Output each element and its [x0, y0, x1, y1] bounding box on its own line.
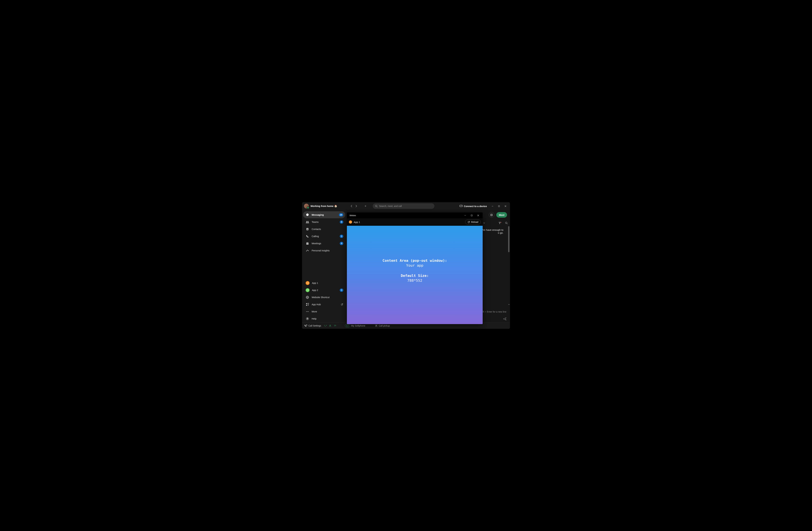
sidebar-app-label: App Hub	[311, 303, 338, 306]
sidebar-item-contacts[interactable]: Contacts	[303, 225, 345, 233]
softphone-selector[interactable]: L1 My Softphone	[345, 324, 365, 327]
popout-window: Webex App 1 Reload	[347, 212, 483, 324]
sidebar-item-meetings[interactable]: Meetings 4	[303, 240, 345, 247]
avatar[interactable]	[304, 204, 309, 208]
sidebar-more-label: More	[311, 310, 343, 313]
search-icon	[375, 205, 378, 207]
svg-point-29	[308, 311, 309, 312]
meet-button[interactable]: Meet	[496, 212, 507, 218]
teams-icon	[306, 220, 309, 224]
call-forward-icon[interactable]	[324, 325, 327, 327]
sidebar-item-label: Personal insights	[311, 249, 343, 252]
svg-rect-13	[306, 242, 308, 245]
svg-point-38	[376, 325, 377, 326]
meet-label: Meet	[499, 213, 504, 216]
sidebar-item-calling[interactable]: Calling 1	[303, 233, 345, 240]
compose-hint: Shift + Enter for a new line	[480, 310, 506, 313]
more-icon	[306, 310, 309, 313]
forward-icon[interactable]	[356, 205, 359, 207]
send-icon[interactable]	[503, 318, 506, 320]
search-in-space-icon[interactable]	[505, 222, 508, 224]
svg-rect-5	[498, 205, 499, 207]
sidebar-help[interactable]: ? Help	[303, 315, 345, 322]
sidebar-app-2[interactable]: App 2 1	[303, 286, 345, 294]
svg-text:?: ?	[307, 318, 308, 320]
status-text[interactable]: Working from home 🏠	[310, 205, 337, 208]
popout-minimize-button[interactable]	[462, 213, 468, 218]
close-button[interactable]	[502, 204, 509, 208]
reload-icon	[467, 221, 470, 223]
window-controls	[489, 204, 509, 208]
scrollbar[interactable]	[508, 226, 509, 252]
sidebar-app-label: App 2	[312, 289, 337, 292]
voicemail-icon[interactable]	[334, 325, 336, 327]
sidebar-item-teams[interactable]: Teams 8	[303, 219, 345, 225]
svg-point-34	[505, 222, 507, 224]
call-pickup-button[interactable]: Call pickup	[375, 324, 390, 327]
scroll-down-icon[interactable]	[508, 304, 510, 305]
svg-rect-23	[306, 303, 307, 304]
sidebar-app-hub[interactable]: App Hub	[303, 301, 345, 308]
svg-rect-14	[307, 242, 307, 243]
sidebar-app-label: App 1	[312, 282, 343, 284]
sidebar-item-label: Contacts	[311, 228, 343, 231]
sidebar: Messaging 20 Teams 8 Contacts C	[302, 210, 346, 322]
sidebar-item-messaging[interactable]: Messaging 20	[303, 211, 345, 218]
titlebar: Working from home 🏠 + Search, meet, and …	[302, 202, 510, 210]
plus-icon[interactable]: +	[364, 204, 367, 208]
sidebar-app-1[interactable]: App 1	[303, 279, 345, 286]
svg-point-9	[306, 221, 307, 222]
help-icon: ?	[306, 317, 309, 321]
nav-arrows: +	[351, 204, 367, 208]
insights-icon	[306, 249, 309, 252]
message-text: o go.	[498, 232, 504, 234]
call-settings-button[interactable]: Call Settings	[304, 324, 321, 327]
sidebar-website-shortcut[interactable]: Website Shortcut	[303, 294, 345, 301]
svg-point-10	[308, 221, 308, 222]
svg-rect-16	[306, 243, 308, 244]
popout-maximize-button[interactable]	[468, 213, 475, 218]
popout-button[interactable]	[489, 212, 494, 218]
search-input[interactable]: Search, meet, and call	[373, 203, 434, 209]
maximize-button[interactable]	[496, 204, 502, 208]
external-link-icon	[341, 304, 343, 306]
badge: 8	[340, 220, 343, 224]
popout-app-name: App 1	[354, 221, 360, 223]
call-pickup-label: Call pickup	[379, 324, 390, 327]
app-window: Working from home 🏠 + Search, meet, and …	[302, 202, 510, 329]
sidebar-more[interactable]: More	[303, 308, 345, 315]
svg-point-3	[462, 205, 462, 206]
badge: 1	[340, 289, 343, 292]
sidebar-item-label: Calling	[311, 235, 337, 238]
call-settings-label: Call Settings	[308, 324, 321, 327]
svg-point-8	[306, 213, 309, 216]
sidebar-item-insights[interactable]: Personal insights	[303, 247, 345, 254]
sidebar-item-label: Teams	[311, 221, 337, 223]
reload-label: Reload	[471, 221, 478, 223]
minimize-button[interactable]	[489, 204, 496, 208]
popout-title: Webex	[349, 214, 356, 217]
svg-rect-24	[308, 303, 309, 304]
sidebar-item-label: Meetings	[311, 242, 337, 245]
size-heading: Default Size:	[401, 273, 429, 278]
sidebar-help-label: Help	[311, 318, 343, 320]
svg-rect-15	[308, 242, 308, 243]
app-icon	[306, 281, 309, 285]
svg-line-35	[507, 223, 508, 224]
back-icon[interactable]	[351, 205, 354, 207]
globe-icon	[306, 296, 309, 299]
connect-device-button[interactable]: Connect to a device	[459, 205, 488, 208]
presence-icon[interactable]	[329, 325, 331, 327]
softphone-label: My Softphone	[351, 324, 365, 327]
messaging-icon	[306, 213, 309, 217]
sidebar-item-label: Messaging	[311, 213, 336, 216]
content-subheading: Your app	[406, 263, 423, 268]
meetings-icon	[306, 242, 309, 245]
filter-icon[interactable]	[498, 222, 502, 224]
calling-icon	[306, 235, 309, 238]
popout-close-button[interactable]	[475, 213, 481, 218]
svg-point-28	[307, 311, 308, 312]
reload-button[interactable]: Reload	[465, 220, 481, 224]
popout-titlebar: Webex	[347, 212, 483, 218]
svg-rect-40	[471, 215, 472, 216]
